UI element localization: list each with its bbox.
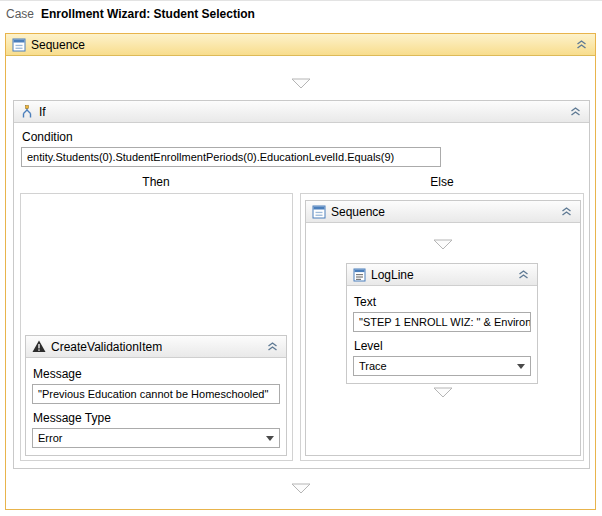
create-validation-item-activity: CreateValidationItem Message "Previous E… bbox=[25, 335, 287, 456]
breadcrumb: Case Enrollment Wizard: Student Selectio… bbox=[0, 1, 602, 27]
logline-header[interactable]: LogLine bbox=[347, 264, 537, 286]
breadcrumb-case-link[interactable]: Case bbox=[6, 7, 34, 21]
sequence-icon bbox=[312, 205, 326, 219]
else-sequence-activity: Sequence bbox=[305, 200, 581, 456]
condition-expression-input[interactable]: entity.Students(0).StudentEnrollmentPeri… bbox=[21, 147, 441, 167]
sequence-title: Sequence bbox=[31, 38, 85, 52]
double-chevron-up-icon bbox=[518, 270, 529, 279]
sequence-activity: Sequence I bbox=[5, 33, 596, 510]
create-validation-item-header[interactable]: CreateValidationItem bbox=[26, 336, 286, 358]
text-expression-input[interactable]: "STEP 1 ENROLL WIZ: " & Environm bbox=[353, 312, 531, 332]
drop-target-triangle[interactable] bbox=[291, 483, 311, 494]
message-type-label: Message Type bbox=[33, 411, 280, 425]
warning-icon bbox=[32, 340, 46, 353]
drop-target-triangle[interactable] bbox=[433, 387, 453, 398]
message-input[interactable]: "Previous Education cannot be Homeschool… bbox=[32, 384, 280, 404]
logline-activity: LogLine Text "STEP 1 ENROLL WIZ: " & Env… bbox=[346, 263, 538, 384]
drop-target-triangle[interactable] bbox=[291, 78, 311, 89]
condition-label: Condition bbox=[22, 130, 73, 144]
text-label: Text bbox=[354, 295, 531, 309]
sequence-icon bbox=[12, 38, 26, 52]
if-activity: If Condition entity.Students(0).StudentE… bbox=[13, 100, 590, 469]
logline-collapse-button[interactable] bbox=[516, 267, 531, 282]
else-sequence-title: Sequence bbox=[331, 205, 385, 219]
sequence-header[interactable]: Sequence bbox=[6, 34, 595, 56]
if-collapse-button[interactable] bbox=[568, 104, 583, 119]
double-chevron-up-icon bbox=[561, 207, 572, 216]
level-label: Level bbox=[354, 339, 531, 353]
create-validation-item-body: Message "Previous Education cannot be Ho… bbox=[26, 358, 286, 455]
level-dropdown[interactable]: Trace bbox=[353, 356, 531, 376]
message-label: Message bbox=[33, 367, 280, 381]
else-sequence-collapse-button[interactable] bbox=[559, 204, 574, 219]
workflow-designer-canvas: Case Enrollment Wizard: Student Selectio… bbox=[0, 0, 602, 516]
dropdown-caret-icon bbox=[517, 364, 525, 369]
if-title: If bbox=[39, 105, 46, 119]
logline-icon bbox=[353, 268, 366, 282]
logline-body: Text "STEP 1 ENROLL WIZ: " & Environm Le… bbox=[347, 286, 537, 383]
level-selected-value: Trace bbox=[359, 360, 387, 372]
sequence-collapse-button[interactable] bbox=[574, 37, 589, 52]
if-header[interactable]: If bbox=[14, 101, 589, 123]
else-branch-drop-area[interactable]: Sequence bbox=[300, 193, 584, 461]
message-type-dropdown[interactable]: Error bbox=[32, 428, 280, 448]
logline-title: LogLine bbox=[371, 268, 414, 282]
else-sequence-header[interactable]: Sequence bbox=[306, 201, 580, 223]
double-chevron-up-icon bbox=[576, 40, 587, 49]
else-branch-label: Else bbox=[382, 175, 502, 189]
create-validation-item-title: CreateValidationItem bbox=[51, 340, 162, 354]
if-icon bbox=[20, 105, 34, 119]
message-type-selected-value: Error bbox=[38, 432, 62, 444]
then-branch-label: Then bbox=[96, 175, 216, 189]
then-branch-drop-area[interactable]: CreateValidationItem Message "Previous E… bbox=[20, 193, 293, 461]
dropdown-caret-icon bbox=[266, 436, 274, 441]
breadcrumb-current-title: Enrollment Wizard: Student Selection bbox=[41, 7, 255, 21]
create-validation-item-collapse-button[interactable] bbox=[265, 339, 280, 354]
double-chevron-up-icon bbox=[570, 107, 581, 116]
drop-target-triangle[interactable] bbox=[433, 239, 453, 250]
double-chevron-up-icon bbox=[267, 342, 278, 351]
